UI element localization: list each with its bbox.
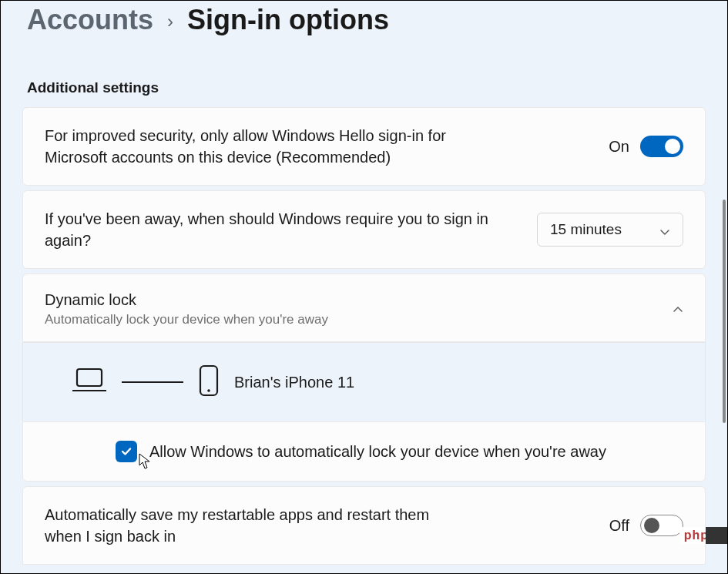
svg-rect-0 bbox=[77, 369, 102, 386]
chevron-up-icon bbox=[673, 304, 683, 315]
hello-toggle-group: On bbox=[609, 136, 683, 157]
dropdown-value: 15 minutes bbox=[550, 221, 622, 238]
scrollbar[interactable] bbox=[723, 200, 726, 423]
breadcrumb-parent[interactable]: Accounts bbox=[27, 4, 153, 36]
hello-signin-card: For improved security, only allow Window… bbox=[22, 107, 706, 186]
watermark-badge bbox=[706, 527, 727, 544]
restart-apps-text: Automatically save my restartable apps a… bbox=[45, 504, 453, 547]
dynamic-lock-title: Dynamic lock bbox=[45, 291, 673, 309]
page-title: Sign-in options bbox=[187, 4, 389, 36]
require-signin-card: If you've been away, when should Windows… bbox=[22, 190, 706, 269]
connection-line-icon bbox=[122, 381, 183, 383]
restart-apps-toggle-label: Off bbox=[609, 517, 629, 535]
restart-apps-toggle-group: Off bbox=[609, 515, 683, 536]
chevron-down-icon bbox=[659, 224, 670, 235]
restart-apps-card: Automatically save my restartable apps a… bbox=[22, 486, 706, 565]
toggle-knob bbox=[644, 518, 659, 533]
chevron-right-icon: › bbox=[167, 11, 173, 32]
laptop-icon bbox=[72, 368, 106, 397]
toggle-knob bbox=[665, 139, 680, 154]
restart-apps-toggle[interactable] bbox=[640, 515, 683, 536]
paired-device-name: Brian's iPhone 11 bbox=[234, 374, 354, 391]
hello-toggle-label: On bbox=[609, 138, 629, 156]
dynamic-lock-checkbox-row: Allow Windows to automatically lock your… bbox=[22, 421, 706, 482]
section-heading: Additional settings bbox=[22, 79, 706, 96]
svg-point-3 bbox=[207, 389, 210, 392]
paired-device-row: Brian's iPhone 11 bbox=[22, 342, 706, 421]
hello-signin-text: For improved security, only allow Window… bbox=[45, 125, 507, 168]
hello-toggle[interactable] bbox=[640, 136, 683, 157]
phone-icon bbox=[199, 364, 219, 400]
require-signin-text: If you've been away, when should Windows… bbox=[45, 208, 507, 251]
dynamic-lock-header[interactable]: Dynamic lock Automatically lock your dev… bbox=[22, 274, 706, 342]
require-signin-dropdown[interactable]: 15 minutes bbox=[537, 213, 683, 247]
dynamic-lock-subtitle: Automatically lock your device when you'… bbox=[45, 312, 673, 327]
dynamic-lock-checkbox[interactable] bbox=[116, 441, 137, 462]
breadcrumb: Accounts › Sign-in options bbox=[22, 4, 706, 36]
dynamic-lock-checkbox-label: Allow Windows to automatically lock your… bbox=[149, 443, 606, 461]
